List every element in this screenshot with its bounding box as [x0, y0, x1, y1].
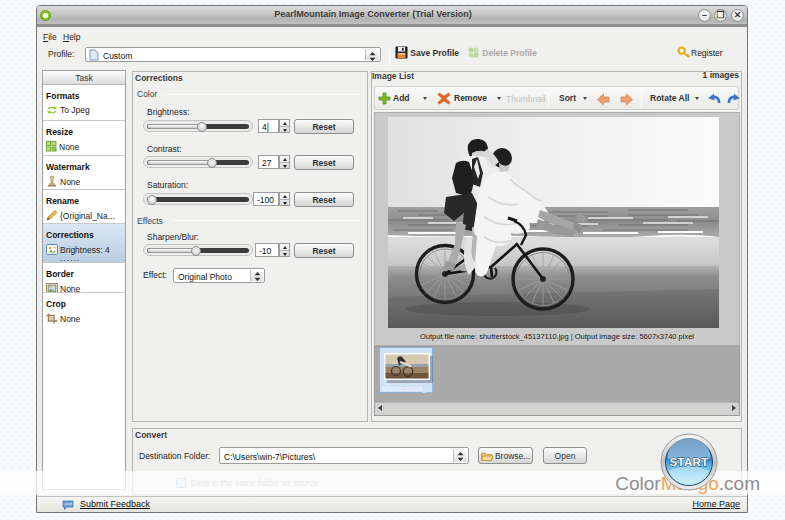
svg-text:START: START	[670, 456, 709, 468]
